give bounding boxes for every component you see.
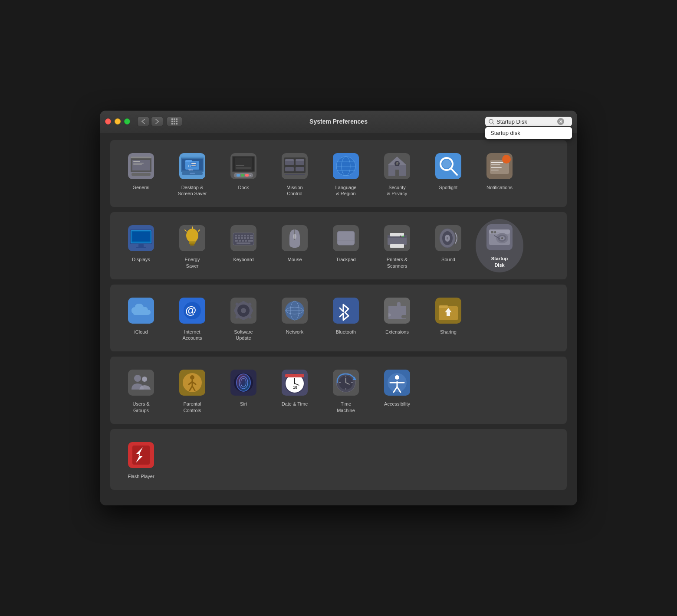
pref-item-bluetooth[interactable]: Bluetooth: [322, 292, 370, 345]
pref-item-energy-saver[interactable]: EnergySaver: [168, 219, 216, 272]
svg-rect-40: [285, 167, 294, 171]
minimize-button[interactable]: [115, 118, 121, 125]
pref-item-language-region[interactable]: Language& Region: [322, 147, 370, 200]
system-preferences-window: System Preferences ✕ Startup disk: [100, 111, 577, 506]
search-suggestion-startup-disk[interactable]: Startup disk: [485, 127, 572, 139]
pref-item-sharing[interactable]: Sharing: [424, 292, 472, 345]
trackpad-icon-wrap: [330, 223, 362, 254]
energy-saver-icon: [179, 225, 205, 251]
svg-text:@: @: [185, 304, 196, 317]
section-personal: General File- New: [110, 140, 567, 207]
displays-label: Displays: [132, 256, 150, 262]
printers-scanners-icon-wrap: [381, 223, 413, 254]
grid-icon: [171, 118, 177, 125]
svg-rect-99: [245, 240, 247, 242]
close-button[interactable]: [105, 118, 111, 125]
pref-item-dock[interactable]: Dock: [220, 147, 267, 200]
svg-rect-92: [241, 237, 243, 239]
pref-item-extensions[interactable]: Extensions: [373, 292, 421, 345]
pref-item-time-machine[interactable]: TimeMachine: [322, 364, 370, 417]
icons-grid-hardware: Displays: [117, 219, 560, 272]
svg-rect-7: [133, 161, 140, 162]
svg-rect-30: [250, 175, 251, 176]
icons-grid-internet: iCloud @ InternetAccounts: [117, 292, 560, 345]
svg-point-129: [501, 237, 503, 239]
svg-point-113: [402, 236, 404, 237]
svg-rect-124: [491, 231, 493, 233]
section-system: Users &Groups: [110, 357, 567, 424]
software-update-label: SoftwareUpdate: [234, 329, 253, 341]
svg-rect-64: [491, 167, 502, 168]
software-update-icon-wrap: [228, 295, 259, 326]
svg-rect-85: [238, 235, 240, 236]
search-clear-button[interactable]: ✕: [557, 118, 564, 125]
pref-item-software-update[interactable]: SoftwareUpdate: [220, 292, 267, 345]
search-dropdown: Startup disk: [485, 127, 572, 139]
icloud-label: iCloud: [134, 329, 148, 335]
svg-rect-8: [133, 163, 144, 164]
icons-grid-other: Flash Player: [117, 436, 560, 483]
pref-item-users-groups[interactable]: Users &Groups: [117, 364, 165, 417]
network-icon-wrap: [279, 295, 310, 326]
general-label: General: [132, 184, 149, 190]
pref-item-printers-scanners[interactable]: Printers &Scanners: [373, 219, 421, 272]
displays-icon: [128, 225, 154, 251]
pref-item-spotlight[interactable]: Spotlight: [424, 147, 472, 200]
sharing-icon: [435, 298, 461, 324]
pref-item-icloud[interactable]: iCloud: [117, 292, 165, 345]
search-input-wrap: ✕: [485, 117, 572, 126]
back-button[interactable]: [137, 117, 149, 126]
svg-rect-75: [189, 241, 196, 242]
svg-rect-95: [250, 237, 253, 239]
svg-rect-140: [234, 309, 237, 312]
svg-point-54: [398, 162, 398, 163]
pref-item-internet-accounts[interactable]: @ InternetAccounts: [168, 292, 216, 345]
mouse-label: Mouse: [287, 256, 302, 262]
section-hardware: Displays: [110, 212, 567, 279]
svg-point-74: [186, 229, 198, 242]
internet-accounts-icon-wrap: @: [177, 295, 208, 326]
search-input[interactable]: [496, 118, 557, 125]
pref-item-desktop-screensaver[interactable]: File- New Desktop &Screen Saver: [168, 147, 216, 200]
forward-button[interactable]: [151, 117, 163, 126]
pref-item-keyboard[interactable]: Keyboard: [220, 219, 267, 272]
pref-item-notifications[interactable]: Notifications: [476, 147, 523, 200]
siri-icon-wrap: [228, 367, 259, 398]
time-machine-icon-wrap: [330, 367, 362, 398]
grid-view-button[interactable]: [167, 117, 182, 126]
svg-point-61: [502, 155, 511, 164]
svg-point-194: [395, 375, 399, 380]
pref-item-mouse[interactable]: Mouse: [271, 219, 319, 272]
pref-item-siri[interactable]: Siri: [220, 364, 267, 417]
siri-icon: [230, 370, 256, 396]
pref-item-flash-player[interactable]: Flash Player: [117, 436, 165, 483]
pref-item-parental-controls[interactable]: ParentalControls: [168, 364, 216, 417]
pref-item-date-time[interactable]: 18 Date & Time: [271, 364, 319, 417]
printers-scanners-icon: [384, 225, 410, 251]
mission-control-icon-wrap: [279, 151, 310, 182]
pref-item-network[interactable]: Network: [271, 292, 319, 345]
svg-rect-72: [136, 247, 146, 248]
svg-rect-93: [244, 237, 246, 239]
printers-scanners-label: Printers &Scanners: [387, 256, 408, 269]
pref-item-trackpad[interactable]: Trackpad: [322, 219, 370, 272]
accessibility-label: Accessibility: [384, 401, 410, 407]
pref-item-accessibility[interactable]: Accessibility: [373, 364, 421, 417]
pref-item-mission-control[interactable]: MissionControl: [271, 147, 319, 200]
sound-icon-wrap: [433, 223, 464, 254]
security-privacy-icon-wrap: [381, 151, 413, 182]
svg-rect-42: [285, 174, 305, 175]
svg-rect-65: [491, 170, 499, 170]
svg-rect-41: [296, 167, 304, 171]
pref-item-startup-disk[interactable]: StartupDisk: [476, 219, 523, 272]
pref-item-displays[interactable]: Displays: [117, 219, 165, 272]
svg-rect-77: [190, 244, 194, 246]
date-time-icon: 18: [282, 370, 308, 396]
pref-item-security-privacy[interactable]: Security& Privacy: [373, 147, 421, 200]
svg-rect-27: [237, 174, 240, 177]
maximize-button[interactable]: [124, 118, 130, 125]
sound-label: Sound: [441, 256, 455, 262]
language-region-icon: [333, 153, 359, 179]
pref-item-sound[interactable]: Sound: [424, 219, 472, 272]
pref-item-general[interactable]: General: [117, 147, 165, 200]
